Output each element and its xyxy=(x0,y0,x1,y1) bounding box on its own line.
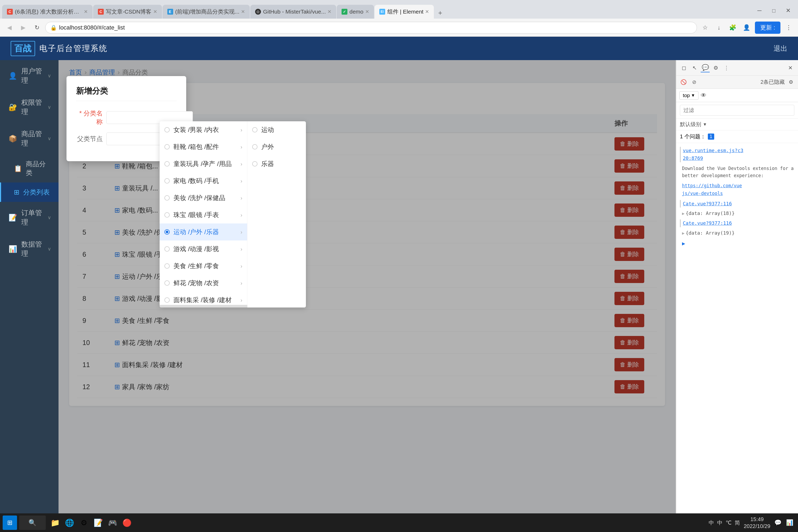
console-filter-input[interactable] xyxy=(680,105,794,116)
tab-4-close[interactable]: ✕ xyxy=(327,9,331,15)
name-label: * 分类名称 xyxy=(76,109,103,126)
refresh-button[interactable]: ↻ xyxy=(32,22,42,33)
address-bar[interactable]: 🔒 localhost:8080/#/cate_list xyxy=(45,22,697,34)
devtools-console-btn[interactable]: 💬 xyxy=(701,63,710,72)
tab-6-close[interactable]: ✕ xyxy=(425,9,429,15)
console-entry-msg: Download the Vue Devtools extension for … xyxy=(680,165,794,179)
cascade-item-col1[interactable]: 美食 /生鲜 /零食 › xyxy=(159,258,247,274)
forward-button[interactable]: ▶ xyxy=(18,22,29,33)
browser-tab-2[interactable]: C 写文章-CSDN博客 ✕ xyxy=(93,5,162,19)
console-link-2[interactable]: Cate.vue?9377:116 xyxy=(683,201,732,206)
chevron-right-icon: ∨ xyxy=(48,104,51,110)
notification-btn[interactable]: 💬 xyxy=(772,517,784,529)
taskbar-chart-icon: 📊 xyxy=(784,517,795,529)
taskbar-vscode-icon[interactable]: 📝 xyxy=(91,515,105,530)
cascade-item-col1[interactable]: 面料集采 /装修 /建材 › xyxy=(159,291,247,307)
extensions-button[interactable]: 🧩 xyxy=(727,22,738,33)
cascade-dropdown: 女装 /男装 /内衣 › 鞋靴 /箱包 /配件 › 童装玩具 /孕产 /用品 ›… xyxy=(159,121,306,307)
close-button[interactable]: ✕ xyxy=(781,5,795,17)
cascade-item-col1[interactable]: 美妆 /洗护 /保健品 › xyxy=(159,189,247,206)
taskbar-sys-tray: 中 中 ℃ 简 xyxy=(709,519,740,527)
input-method-indicator: 中 xyxy=(717,519,722,527)
browser-tab-bar: C (6条消息) 准大数据分析师... ✕ C 写文章-CSDN博客 ✕ E (… xyxy=(0,0,798,19)
tab-2-close[interactable]: ✕ xyxy=(153,9,157,15)
cascade-item-col1[interactable]: 珠宝 /眼镜 /手表 › xyxy=(159,206,247,224)
date-display: 2022/10/29 xyxy=(744,523,770,530)
console-expand-1[interactable]: ▶ {data: Array(18)} xyxy=(680,210,794,217)
download-button[interactable]: ↓ xyxy=(714,22,725,33)
bookmark-button[interactable]: ☆ xyxy=(700,22,711,33)
cascade-item-col2[interactable]: 户外 xyxy=(247,138,306,155)
sidebar-label-catelist: 分类列表 xyxy=(23,188,51,196)
browser-tab-4[interactable]: ⊙ GitHub - MisterTaki/vue... ✕ xyxy=(250,5,336,19)
taskbar-explorer-icon[interactable]: 📁 xyxy=(48,515,62,530)
update-button[interactable]: 更新 : xyxy=(755,22,780,34)
sidebar-item-user-mgmt[interactable]: 👤 用户管理 ∨ xyxy=(0,60,58,92)
devtools-cursor-btn[interactable]: ↖ xyxy=(690,63,699,72)
devtools-clear-btn[interactable]: 🚫 xyxy=(679,78,688,87)
maximize-button[interactable]: □ xyxy=(766,5,781,17)
cascade-item-col2[interactable]: 运动 xyxy=(247,121,306,138)
cascade-item-col1[interactable]: 游戏 /动漫 /影视 › xyxy=(159,241,247,258)
tab-1-label: (6条消息) 准大数据分析师... xyxy=(15,8,82,15)
console-link-3[interactable]: Cate.vue?9377:116 xyxy=(683,220,732,226)
logout-button[interactable]: 退出 xyxy=(774,44,787,53)
cascade-item-label: 童装玩具 /孕产 /用品 xyxy=(173,159,241,168)
browser-tab-5[interactable]: ✓ demo ✕ xyxy=(337,5,374,19)
devtools-elements-btn[interactable]: ◻ xyxy=(679,63,688,72)
taskbar-chrome-icon[interactable]: 🌐 xyxy=(62,515,77,530)
cascade-radio-col2-icon xyxy=(252,144,258,150)
devtools-close-btn[interactable]: ✕ xyxy=(786,63,795,72)
taskbar-app5-icon[interactable]: 🎮 xyxy=(105,515,120,530)
cascade-item-col1[interactable]: 鞋靴 /箱包 /配件 › xyxy=(159,138,247,155)
console-obj-2: {data: Array(19)} xyxy=(686,229,735,237)
sidebar-item-cate-list[interactable]: ⊞ 分类列表 xyxy=(0,183,58,202)
profile-button[interactable]: 👤 xyxy=(741,22,752,33)
app-title: 电子后台管理系统 xyxy=(39,43,108,54)
sidebar-item-data-mgmt[interactable]: 📊 数据管理 ∨ xyxy=(0,233,58,265)
devtools-more-btn[interactable]: ⋮ xyxy=(722,63,731,72)
sidebar-label-cate: 商品分类 xyxy=(26,159,51,177)
start-button[interactable]: ⊞ xyxy=(3,515,17,530)
minimize-button[interactable]: ─ xyxy=(752,5,766,17)
browser-tab-6[interactable]: El 组件 | Element ✕ xyxy=(375,5,434,19)
back-button[interactable]: ◀ xyxy=(4,22,15,33)
sidebar-item-order-mgmt[interactable]: 📝 订单管理 ∨ xyxy=(0,202,58,233)
taskbar-settings-icon[interactable]: ⚙ xyxy=(77,515,91,530)
browser-tab-1[interactable]: C (6条消息) 准大数据分析师... ✕ xyxy=(2,5,93,19)
eye-toggle-btn[interactable]: 👁 xyxy=(701,92,706,99)
devtools-settings-btn[interactable]: ⚙ xyxy=(711,63,720,72)
cascade-radio-icon xyxy=(165,246,170,252)
tab-3-close[interactable]: ✕ xyxy=(241,9,245,15)
cascade-item-col1[interactable]: 女装 /男装 /内衣 › xyxy=(159,121,247,138)
tab-1-close[interactable]: ✕ xyxy=(84,9,88,15)
cascade-item-col1[interactable]: 家电 /数码 /手机 › xyxy=(159,172,247,189)
devtools-filter-btn[interactable]: ⊘ xyxy=(690,78,699,87)
taskbar-app6-icon[interactable]: 🔴 xyxy=(120,515,134,530)
sidebar-item-perm-mgmt[interactable]: 🔐 权限管理 ∨ xyxy=(0,92,58,123)
menu-button[interactable]: ⋮ xyxy=(783,22,794,33)
cascade-item-col1[interactable]: 鲜花 /宠物 /农资 › xyxy=(159,274,247,291)
level-select[interactable]: 默认级别 ▼ xyxy=(676,119,798,130)
tab-5-close[interactable]: ✕ xyxy=(365,9,369,15)
devtools-settings-gear-btn[interactable]: ⚙ xyxy=(787,78,795,86)
cascade-item-col2[interactable]: 乐器 xyxy=(247,155,306,172)
app-body: 👤 用户管理 ∨ 🔐 权限管理 ∨ 📦 商品管理 ∨ 📋 商品分类 ⊞ 分类列表 xyxy=(0,60,798,513)
console-expand-2[interactable]: ▶ {data: Array(19)} xyxy=(680,229,794,237)
sidebar-item-goods-mgmt[interactable]: 📦 商品管理 ∨ xyxy=(0,123,58,154)
console-devtools-url[interactable]: https://github.com/vuejs/vue-devtools xyxy=(682,183,742,196)
browser-tab-3[interactable]: E (前端)增加商品分类实现... ✕ xyxy=(163,5,250,19)
issues-error-badge[interactable]: 1 xyxy=(708,134,714,140)
top-dropdown[interactable]: top ▼ xyxy=(679,91,699,100)
cascade-item-col1[interactable]: 运动 /户外 /乐器 › xyxy=(159,224,247,241)
console-link-1[interactable]: vue.runtime.esm.js?c320:8769 xyxy=(683,148,743,161)
console-output: vue.runtime.esm.js?c320:8769 Download th… xyxy=(676,143,798,513)
browser-nav-bar: ◀ ▶ ↻ 🔒 localhost:8080/#/cate_list ☆ ↓ 🧩… xyxy=(0,19,798,37)
new-tab-button[interactable]: + xyxy=(434,7,446,19)
tab-4-label: GitHub - MisterTaki/vue... xyxy=(263,8,326,15)
cascade-item-col1[interactable]: 童装玩具 /孕产 /用品 › xyxy=(159,155,247,172)
console-more-btn[interactable]: ▶ xyxy=(680,239,794,248)
search-button[interactable]: 🔍 xyxy=(19,515,46,530)
sidebar-item-goods-cate[interactable]: 📋 商品分类 xyxy=(0,154,58,183)
cascade-item-label: 美妆 /洗护 /保健品 xyxy=(173,194,241,202)
